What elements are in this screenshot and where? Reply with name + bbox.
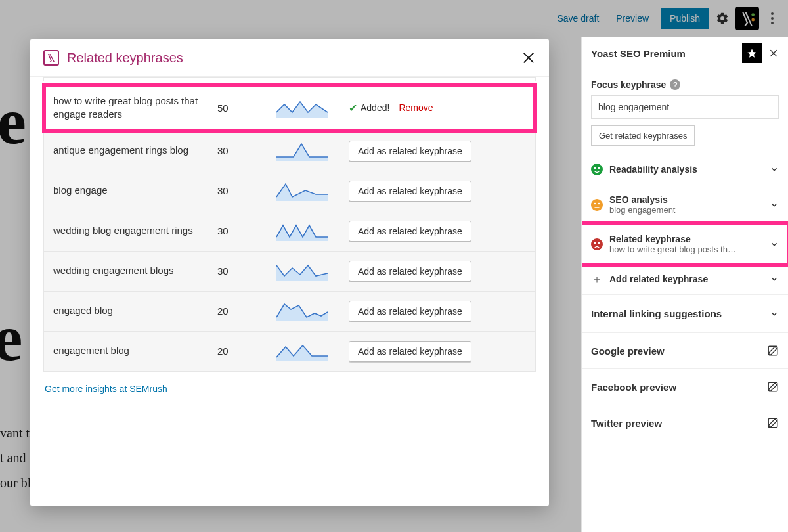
add-related-keyphrase-button[interactable]: Add as related keyphrase: [349, 341, 471, 362]
chevron-down-icon: [770, 275, 779, 284]
keyphrase-volume: 50: [217, 102, 276, 114]
accordion-label: SEO analysis: [609, 194, 763, 205]
keyphrase-volume: 30: [217, 265, 276, 277]
focus-keyphrase-block: Focus keyphrase ? Get related keyphrases: [582, 70, 788, 154]
chevron-down-icon: [770, 165, 779, 174]
keyphrase-trend-sparkline: [276, 261, 349, 281]
keyphrase-text: wedding engagement blogs: [53, 264, 217, 277]
edit-pencil-icon: [767, 381, 779, 393]
score-face-icon: [591, 164, 603, 175]
semrush-insights-link[interactable]: Get more insights at SEMrush: [43, 372, 169, 405]
keyphrase-action: Add as related keyphrase: [349, 301, 526, 322]
close-modal-icon[interactable]: [521, 51, 536, 65]
modal-body: how to write great blog posts that engag…: [30, 77, 549, 506]
keyphrase-action: Add as related keyphrase: [349, 221, 526, 242]
keyphrase-text: wedding blog engagement rings: [53, 224, 217, 237]
keyphrase-trend-sparkline: [276, 98, 349, 118]
preview-row[interactable]: Google preview: [582, 333, 788, 369]
keyphrase-row: wedding engagement blogs 30 Add as relat…: [44, 251, 535, 291]
accordion-label: Add related keyphrase: [609, 274, 763, 284]
get-related-keyphrases-button[interactable]: Get related keyphrases: [591, 125, 695, 146]
close-sidebar-icon[interactable]: [768, 48, 779, 58]
accordion-sublabel: blog engagement: [609, 205, 763, 215]
keyphrase-action: Add as related keyphrase: [349, 181, 526, 202]
keyphrase-trend-sparkline: [276, 301, 349, 321]
add-related-keyphrase-button[interactable]: Add as related keyphrase: [349, 261, 471, 282]
add-related-keyphrase-button[interactable]: Add as related keyphrase: [349, 301, 471, 322]
keyphrase-text: engaged blog: [53, 304, 217, 317]
chevron-down-icon: [770, 200, 779, 210]
sidebar-item-seo[interactable]: SEO analysis blog engagement: [582, 185, 788, 225]
help-icon[interactable]: ?: [670, 79, 680, 90]
related-keyphrases-modal: Related keyphrases how to write great bl…: [30, 39, 549, 506]
plus-icon: ＋: [591, 273, 603, 285]
keyphrase-row: how to write great blog posts that engag…: [44, 85, 535, 131]
sidebar-header: Yoast SEO Premium: [582, 37, 788, 70]
preview-label: Twitter preview: [591, 418, 767, 429]
keyphrase-text: engagement blog: [53, 344, 217, 357]
modal-header: Related keyphrases: [30, 39, 549, 77]
sidebar-item-add-related[interactable]: ＋ Add related keyphrase: [582, 264, 788, 295]
keyphrase-trend-sparkline: [276, 141, 349, 161]
chevron-down-icon: [770, 309, 779, 319]
svg-point-7: [598, 242, 600, 244]
sidebar-item-readability[interactable]: Readability analysis: [582, 154, 788, 185]
keyphrase-row: engagement blog 20 Add as related keyphr…: [44, 331, 535, 371]
keyphrase-row: blog engage 30 Add as related keyphrase: [44, 171, 535, 211]
keyphrase-volume: 30: [217, 185, 276, 196]
score-face-icon: [591, 199, 603, 211]
keyphrase-row: engaged blog 20 Add as related keyphrase: [44, 291, 535, 331]
svg-point-6: [594, 242, 596, 244]
svg-point-2: [594, 167, 596, 169]
remove-keyphrase-link[interactable]: Remove: [399, 102, 433, 113]
added-indicator: ✔Added!: [349, 102, 389, 114]
keyphrase-trend-sparkline: [276, 181, 349, 201]
keyphrase-volume: 30: [217, 225, 276, 236]
preview-label: Google preview: [591, 345, 767, 357]
keyphrase-action: ✔Added!Remove: [349, 102, 526, 114]
keyphrase-text: blog engage: [53, 184, 217, 197]
preview-label: Facebook preview: [591, 382, 767, 393]
keyphrase-action: Add as related keyphrase: [349, 261, 526, 282]
keyphrase-volume: 20: [217, 305, 276, 317]
sidebar-item-related[interactable]: Related keyphrase how to write great blo…: [582, 225, 788, 264]
internal-linking-toggle[interactable]: Internal linking suggestions: [582, 295, 788, 333]
edit-pencil-icon: [767, 417, 779, 429]
add-related-keyphrase-button[interactable]: Add as related keyphrase: [349, 141, 471, 162]
svg-point-3: [598, 167, 600, 169]
add-related-keyphrase-button[interactable]: Add as related keyphrase: [349, 221, 471, 242]
preview-row[interactable]: Twitter preview: [582, 405, 788, 441]
yoast-logo-icon: [43, 50, 59, 66]
accordion-sublabel: how to write great blog posts th…: [609, 244, 763, 254]
keyphrase-text: how to write great blog posts that engag…: [53, 95, 217, 122]
accordion-label: Readability analysis: [609, 164, 763, 175]
chevron-down-icon: [770, 240, 779, 249]
modal-title: Related keyphrases: [67, 51, 521, 66]
focus-keyphrase-label: Focus keyphrase ?: [591, 79, 779, 90]
yoast-sidebar: Yoast SEO Premium Focus keyphrase ? Get …: [581, 37, 788, 532]
accordion-label: Related keyphrase: [609, 234, 763, 244]
keyphrase-row: wedding blog engagement rings 30 Add as …: [44, 211, 535, 251]
premium-star-icon[interactable]: [742, 43, 762, 63]
keyphrase-trend-sparkline: [276, 342, 349, 361]
focus-keyphrase-label-text: Focus keyphrase: [591, 79, 666, 90]
edit-pencil-icon: [767, 345, 779, 357]
check-icon: ✔: [349, 102, 357, 114]
keyphrase-row: antique engagement rings blog 30 Add as …: [44, 131, 535, 171]
keyphrase-table: how to write great blog posts that engag…: [43, 85, 536, 372]
keyphrase-trend-sparkline: [276, 221, 349, 241]
svg-point-4: [594, 202, 596, 204]
internal-linking-label: Internal linking suggestions: [591, 308, 770, 319]
svg-point-5: [598, 202, 600, 204]
keyphrase-text: antique engagement rings blog: [53, 144, 217, 157]
keyphrase-action: Add as related keyphrase: [349, 341, 526, 362]
focus-keyphrase-input[interactable]: [591, 95, 779, 119]
add-related-keyphrase-button[interactable]: Add as related keyphrase: [349, 181, 471, 202]
preview-row[interactable]: Facebook preview: [582, 369, 788, 405]
keyphrase-volume: 30: [217, 145, 276, 156]
score-face-icon: [591, 238, 603, 250]
keyphrase-action: Add as related keyphrase: [349, 141, 526, 162]
keyphrase-volume: 20: [217, 345, 276, 357]
sidebar-title: Yoast SEO Premium: [591, 48, 742, 59]
